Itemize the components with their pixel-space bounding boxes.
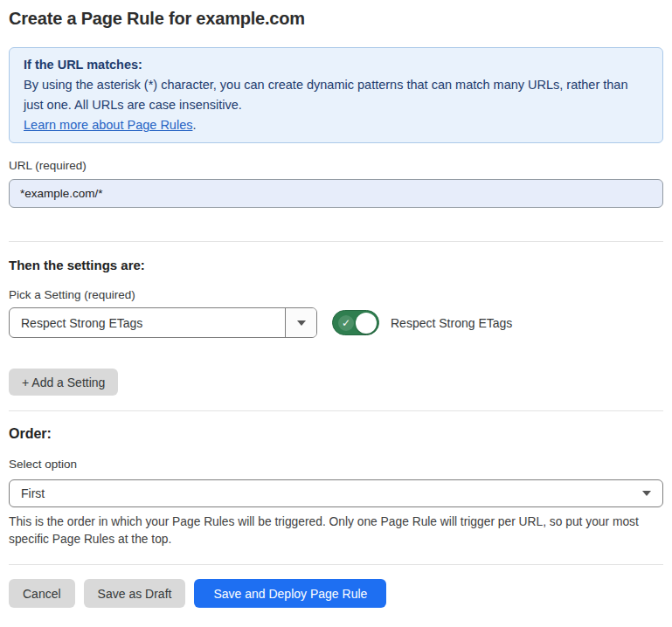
setting-toggle-switch[interactable]: ✓ bbox=[332, 310, 379, 335]
cancel-button[interactable]: Cancel bbox=[9, 579, 75, 608]
setting-toggle-label: Respect Strong ETags bbox=[391, 316, 512, 330]
order-select-value: First bbox=[21, 486, 45, 500]
order-help-text: This is the order in which your Page Rul… bbox=[9, 513, 663, 548]
order-select-label: Select option bbox=[9, 458, 663, 471]
info-box-body: By using the asterisk (*) character, you… bbox=[24, 75, 648, 115]
setting-select[interactable]: Respect Strong ETags bbox=[9, 307, 317, 338]
settings-section-heading: Then the settings are: bbox=[9, 258, 663, 272]
learn-more-link[interactable]: Learn more about Page Rules bbox=[24, 118, 192, 132]
info-box-heading: If the URL matches: bbox=[24, 55, 648, 75]
section-divider bbox=[9, 564, 663, 565]
setting-row: Respect Strong ETags ✓ Respect Strong ET… bbox=[9, 307, 663, 338]
caret-down-icon bbox=[642, 491, 651, 496]
section-divider bbox=[9, 241, 663, 242]
caret-down-icon bbox=[297, 320, 306, 326]
info-box-link-line: Learn more about Page Rules. bbox=[24, 115, 648, 135]
setting-select-caret-button[interactable] bbox=[285, 308, 316, 337]
url-field-label: URL (required) bbox=[9, 159, 663, 172]
url-input[interactable] bbox=[9, 179, 663, 208]
toggle-knob bbox=[356, 313, 377, 334]
form-actions: Cancel Save as Draft Save and Deploy Pag… bbox=[9, 579, 663, 608]
url-match-info-box: If the URL matches: By using the asteris… bbox=[9, 47, 663, 143]
order-select[interactable]: First bbox=[9, 479, 663, 507]
check-icon: ✓ bbox=[338, 315, 354, 331]
setting-select-value: Respect Strong ETags bbox=[10, 308, 285, 337]
order-section-heading: Order: bbox=[9, 426, 663, 442]
save-draft-button[interactable]: Save as Draft bbox=[84, 579, 186, 608]
page-title: Create a Page Rule for example.com bbox=[9, 9, 663, 29]
save-deploy-button[interactable]: Save and Deploy Page Rule bbox=[194, 579, 386, 608]
add-setting-button[interactable]: + Add a Setting bbox=[9, 369, 118, 396]
section-divider bbox=[9, 410, 663, 411]
pick-setting-label: Pick a Setting (required) bbox=[9, 288, 663, 301]
link-suffix: . bbox=[192, 118, 196, 132]
page-rule-form: Create a Page Rule for example.com If th… bbox=[0, 9, 672, 608]
